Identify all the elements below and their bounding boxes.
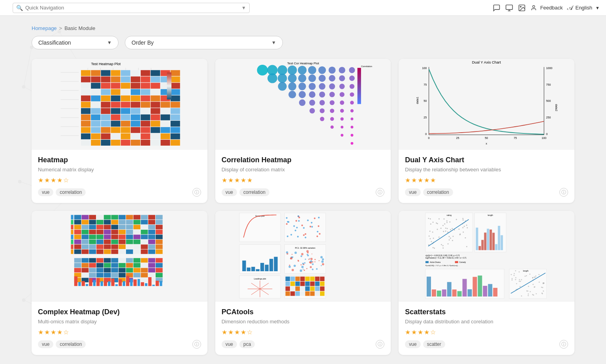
- svg-rect-83: [121, 89, 130, 95]
- svg-rect-145: [141, 127, 150, 133]
- svg-rect-295: [141, 230, 148, 234]
- svg-point-707: [526, 275, 527, 276]
- svg-rect-314: [104, 240, 111, 244]
- info-button-dual-y-axis[interactable]: ⓘ: [559, 188, 568, 197]
- svg-point-695: [528, 295, 529, 296]
- svg-rect-153: [121, 133, 130, 139]
- screen-icon[interactable]: [505, 4, 513, 12]
- svg-point-191: [288, 83, 296, 91]
- svg-rect-226: [357, 68, 361, 104]
- feedback-button[interactable]: Feedback: [531, 5, 563, 11]
- card-heatmap[interactable]: Test Heatmap Plot Heatmap Numerical matr…: [32, 59, 207, 203]
- svg-rect-478: [269, 259, 273, 271]
- language-button[interactable]: 𝒜 English ▼: [567, 4, 600, 11]
- card-title-complex-heatmap: Complex Heatmap (Dev): [38, 308, 201, 316]
- svg-rect-422: [104, 281, 107, 286]
- search-input[interactable]: [25, 5, 241, 11]
- svg-rect-256: [119, 215, 126, 219]
- svg-rect-432: [141, 282, 144, 286]
- svg-rect-146: [151, 127, 160, 133]
- svg-point-441: [296, 227, 297, 228]
- svg-point-186: [318, 75, 326, 82]
- svg-rect-316: [119, 240, 126, 244]
- card-title-heatmap: Heatmap: [38, 156, 201, 164]
- svg-point-607: [437, 223, 438, 224]
- search-dropdown-icon[interactable]: ▼: [241, 5, 246, 11]
- chat-icon[interactable]: [493, 4, 501, 12]
- svg-rect-260: [148, 215, 155, 219]
- svg-point-524: [316, 268, 318, 270]
- info-button-heatmap[interactable]: ⓘ: [192, 188, 201, 197]
- svg-point-452: [287, 236, 288, 237]
- svg-rect-372: [89, 268, 96, 272]
- classification-filter[interactable]: Classification ▼: [32, 36, 119, 49]
- svg-rect-416: [82, 281, 85, 286]
- card-body-dual-y-axis: Dual Y Axis Chart Display the relationsh…: [399, 150, 574, 203]
- svg-rect-376: [119, 268, 126, 272]
- card-scatterstats[interactable]: ratinglengthr(p(t))=1 = -0.06 [0.26, 0.9…: [399, 211, 574, 355]
- card-complex-heatmap[interactable]: Complex Heatmap (Dev) Multi-omics matrix…: [32, 211, 207, 355]
- svg-point-506: [307, 255, 309, 257]
- svg-rect-658: [427, 277, 431, 296]
- svg-rect-307: [141, 235, 148, 239]
- info-button-pcatools[interactable]: ⓘ: [376, 340, 384, 349]
- svg-point-181: [267, 73, 277, 83]
- orderby-filter[interactable]: Order By ▼: [125, 36, 283, 49]
- svg-point-580: [436, 223, 437, 224]
- svg-rect-304: [119, 235, 126, 239]
- info-button-complex-heatmap[interactable]: ⓘ: [192, 340, 201, 349]
- svg-point-518: [321, 265, 322, 266]
- svg-rect-266: [104, 220, 111, 224]
- svg-point-187: [329, 75, 335, 81]
- svg-point-214: [340, 109, 344, 113]
- svg-rect-73: [121, 83, 130, 89]
- svg-rect-435: [152, 285, 155, 286]
- info-button-scatterstats[interactable]: ⓘ: [559, 340, 568, 349]
- card-pcatools[interactable]: Scree plotPC1: 32.99% variationLoadings …: [215, 211, 391, 355]
- svg-rect-348: [89, 258, 96, 263]
- svg-rect-670: [488, 284, 493, 296]
- card-image-heatmap: Test Heatmap Plot: [32, 59, 207, 150]
- svg-rect-155: [141, 133, 150, 139]
- svg-point-591: [463, 220, 464, 221]
- svg-rect-424: [111, 279, 115, 286]
- card-tags-dual-y-axis: vuecorrelation: [405, 188, 453, 196]
- svg-rect-120: [91, 114, 100, 120]
- card-title-pcatools: PCAtools: [222, 308, 385, 316]
- svg-rect-160: [91, 140, 100, 146]
- svg-text:Test Cor Heatmap Plot: Test Cor Heatmap Plot: [287, 62, 319, 65]
- svg-rect-85: [141, 89, 150, 95]
- image-icon[interactable]: [518, 4, 526, 12]
- svg-rect-56: [151, 70, 160, 76]
- svg-rect-551: [285, 281, 290, 286]
- filter-row: Classification ▼ Order By ▼: [32, 36, 574, 49]
- breadcrumb-home[interactable]: Homepage: [32, 25, 57, 31]
- card-dual-y-axis[interactable]: Dual Y Axis Chart10075502501000750500250…: [399, 59, 574, 203]
- card-tags-scatterstats: vuescatter: [405, 340, 445, 348]
- svg-rect-353: [126, 258, 133, 263]
- svg-rect-70: [91, 83, 100, 89]
- svg-rect-108: [171, 102, 180, 108]
- svg-rect-475: [256, 269, 259, 271]
- card-stars-heatmap: ★★★★☆: [38, 176, 201, 184]
- svg-rect-55: [141, 70, 150, 76]
- card-correlation-heatmap[interactable]: Test Cor Heatmap PlotCorrelation Correla…: [215, 59, 391, 203]
- svg-rect-328: [119, 244, 126, 249]
- svg-rect-411: [71, 240, 73, 244]
- svg-rect-430: [134, 280, 137, 286]
- svg-point-188: [339, 75, 345, 81]
- search-area[interactable]: 🔍 ▼: [13, 3, 250, 13]
- svg-rect-332: [148, 244, 155, 249]
- svg-rect-165: [141, 140, 150, 146]
- svg-rect-278: [104, 225, 111, 229]
- svg-rect-61: [101, 77, 110, 83]
- svg-rect-426: [119, 279, 122, 286]
- svg-point-586: [463, 232, 464, 233]
- svg-rect-415: [78, 282, 81, 286]
- card-body-complex-heatmap: Complex Heatmap (Dev) Multi-omics matrix…: [32, 302, 207, 355]
- svg-text:Action Drama: Action Drama: [430, 261, 441, 263]
- svg-point-459: [297, 236, 299, 237]
- svg-point-451: [314, 218, 315, 219]
- info-button-correlation-heatmap[interactable]: ⓘ: [376, 188, 384, 197]
- svg-rect-49: [81, 70, 90, 76]
